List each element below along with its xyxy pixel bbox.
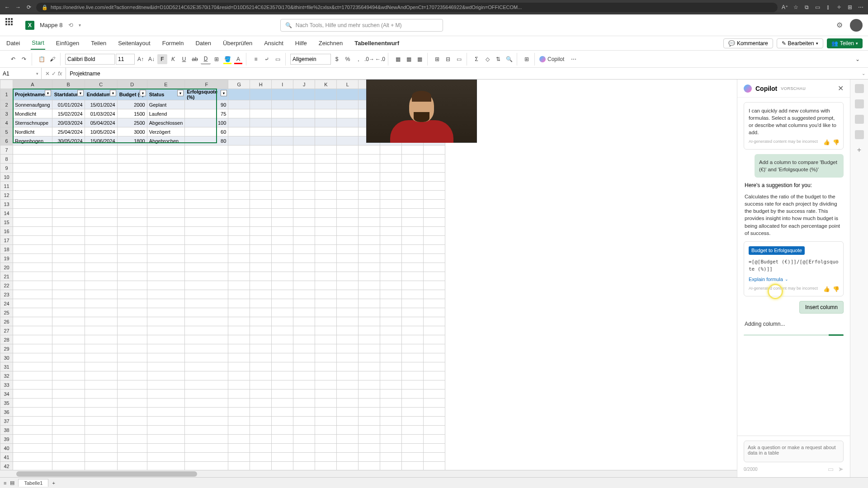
- cell[interactable]: [402, 417, 424, 426]
- cell[interactable]: [228, 335, 250, 344]
- cell[interactable]: [272, 218, 293, 227]
- cell[interactable]: [147, 389, 185, 399]
- cell[interactable]: [402, 191, 424, 200]
- cell[interactable]: [402, 272, 424, 281]
- cell[interactable]: [13, 227, 52, 236]
- menu-icon[interactable]: ⋯: [857, 4, 864, 11]
- cell[interactable]: [315, 281, 337, 290]
- cell[interactable]: [315, 245, 337, 254]
- merge-icon[interactable]: ▭: [273, 54, 283, 64]
- cell[interactable]: [424, 308, 445, 317]
- cell[interactable]: [228, 344, 250, 353]
- cell[interactable]: [315, 109, 337, 118]
- cell[interactable]: [272, 299, 293, 308]
- cell[interactable]: [424, 371, 445, 380]
- cell[interactable]: [272, 155, 293, 164]
- cell[interactable]: [250, 371, 272, 380]
- row-header[interactable]: 17: [0, 236, 13, 245]
- cell[interactable]: [293, 426, 315, 435]
- cell[interactable]: [52, 191, 85, 200]
- cell[interactable]: [272, 182, 293, 191]
- cell[interactable]: [147, 245, 185, 254]
- cell[interactable]: [424, 254, 445, 263]
- row-header[interactable]: 6: [0, 136, 13, 145]
- cell[interactable]: [13, 173, 52, 182]
- cell[interactable]: [52, 335, 85, 344]
- cell[interactable]: [228, 109, 250, 118]
- cell[interactable]: [228, 417, 250, 426]
- row-header[interactable]: 28: [0, 335, 13, 344]
- cell[interactable]: [250, 254, 272, 263]
- cell[interactable]: [228, 236, 250, 245]
- cell[interactable]: [250, 164, 272, 173]
- user-avatar[interactable]: [850, 19, 863, 32]
- cell[interactable]: [315, 173, 337, 182]
- cell[interactable]: [424, 290, 445, 299]
- cell[interactable]: [337, 408, 359, 417]
- cell[interactable]: [337, 444, 359, 453]
- cell[interactable]: [337, 308, 359, 317]
- table-header-cell[interactable]: Erfolgsquote (%)▾: [185, 89, 228, 100]
- cell[interactable]: [117, 371, 147, 380]
- row-header[interactable]: 18: [0, 245, 13, 254]
- cell[interactable]: [85, 299, 117, 308]
- cell[interactable]: [380, 344, 402, 353]
- cell[interactable]: [147, 145, 185, 155]
- row-header[interactable]: 19: [0, 254, 13, 263]
- cell[interactable]: [13, 164, 52, 173]
- cell[interactable]: [315, 127, 337, 136]
- cell[interactable]: Regenbogen: [13, 136, 52, 145]
- table-header-cell[interactable]: Projektname▾: [13, 89, 52, 100]
- cell[interactable]: [117, 263, 147, 272]
- cell[interactable]: [402, 353, 424, 362]
- filter-icon[interactable]: ▾: [221, 90, 227, 96]
- share-button[interactable]: 👥Teilen▾: [827, 38, 863, 48]
- filter-icon[interactable]: ▾: [177, 90, 184, 96]
- cell[interactable]: [337, 335, 359, 344]
- cell[interactable]: [250, 263, 272, 272]
- cell[interactable]: [13, 362, 52, 371]
- cell[interactable]: [228, 182, 250, 191]
- cell[interactable]: [359, 317, 380, 326]
- cell[interactable]: [250, 335, 272, 344]
- cell[interactable]: [117, 218, 147, 227]
- tab-ueberpruefen[interactable]: Überprüfen: [222, 37, 253, 49]
- filter-icon[interactable]: ▾: [110, 90, 116, 96]
- cell[interactable]: [359, 200, 380, 209]
- cell[interactable]: [85, 426, 117, 435]
- cell[interactable]: [359, 281, 380, 290]
- cell[interactable]: [293, 462, 315, 471]
- cell[interactable]: [85, 435, 117, 444]
- cell[interactable]: [315, 344, 337, 353]
- cell[interactable]: [380, 145, 402, 155]
- cell[interactable]: [337, 317, 359, 326]
- column-header[interactable]: A: [13, 80, 52, 89]
- cell[interactable]: [380, 453, 402, 462]
- back-icon[interactable]: ←: [4, 4, 11, 11]
- cell[interactable]: [402, 462, 424, 471]
- cell[interactable]: [147, 218, 185, 227]
- cell[interactable]: [185, 435, 228, 444]
- cell[interactable]: [250, 380, 272, 389]
- cell[interactable]: [359, 444, 380, 453]
- cell[interactable]: [424, 344, 445, 353]
- cell[interactable]: [337, 236, 359, 245]
- cell[interactable]: [424, 326, 445, 335]
- fill-color-icon[interactable]: 🪣: [222, 54, 232, 64]
- cell[interactable]: [117, 155, 147, 164]
- cell[interactable]: [250, 408, 272, 417]
- cell[interactable]: [228, 408, 250, 417]
- sheet-tab[interactable]: Tabelle1: [18, 479, 48, 487]
- cell[interactable]: [117, 344, 147, 353]
- app-icon[interactable]: ⊞: [846, 4, 854, 11]
- cell[interactable]: [315, 191, 337, 200]
- cell[interactable]: [52, 317, 85, 326]
- cell[interactable]: [293, 417, 315, 426]
- cell[interactable]: 1800: [117, 136, 147, 145]
- copilot-toolbar-button[interactable]: Copilot: [537, 55, 567, 63]
- cell[interactable]: [424, 444, 445, 453]
- cell[interactable]: [185, 371, 228, 380]
- cell[interactable]: [117, 145, 147, 155]
- row-header[interactable]: 22: [0, 281, 13, 290]
- cell[interactable]: [52, 326, 85, 335]
